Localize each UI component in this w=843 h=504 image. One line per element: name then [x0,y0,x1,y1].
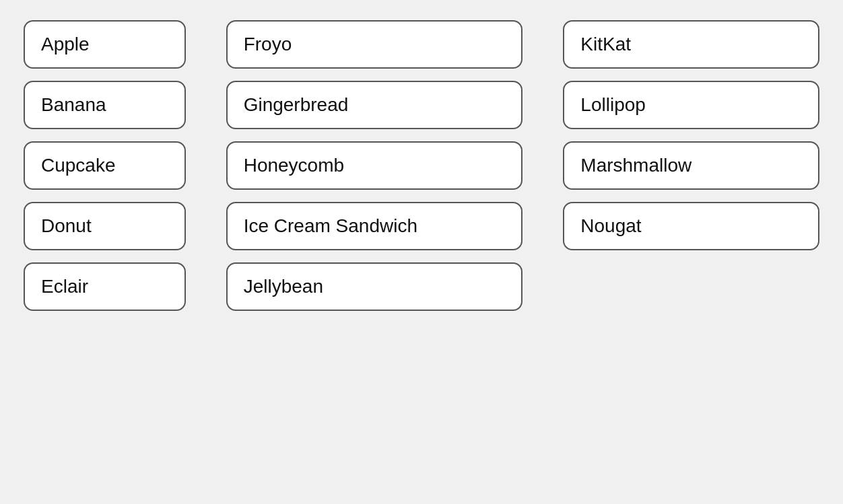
chip-label-lollipop: Lollipop [580,94,646,116]
chip-banana[interactable]: Banana [24,81,186,129]
column-3: KitKat Lollipop Marshmallow Nougat [563,20,819,250]
chip-cupcake[interactable]: Cupcake [24,141,186,190]
chip-gingerbread[interactable]: Gingerbread [226,81,523,129]
chip-donut[interactable]: Donut [24,202,186,250]
chip-label-marshmallow: Marshmallow [580,155,692,176]
chip-froyo[interactable]: Froyo [226,20,523,69]
chip-honeycomb[interactable]: Honeycomb [226,141,523,190]
chip-jellybean[interactable]: Jellybean [226,262,523,311]
chip-apple[interactable]: Apple [24,20,186,69]
chip-label-honeycomb: Honeycomb [244,155,344,176]
chip-label-gingerbread: Gingerbread [244,94,349,116]
chip-eclair[interactable]: Eclair [24,262,186,311]
chip-label-donut: Donut [41,215,92,237]
chip-label-banana: Banana [41,94,106,116]
chip-label-ice-cream-sandwich: Ice Cream Sandwich [244,215,417,237]
main-grid: Apple Banana Cupcake Donut Eclair Froyo … [0,0,843,331]
chip-lollipop[interactable]: Lollipop [563,81,819,129]
chip-kitkat[interactable]: KitKat [563,20,819,69]
chip-label-apple: Apple [41,34,90,55]
chip-label-kitkat: KitKat [580,34,631,55]
chip-ice-cream-sandwich[interactable]: Ice Cream Sandwich [226,202,523,250]
chip-label-froyo: Froyo [244,34,292,55]
column-1: Apple Banana Cupcake Donut Eclair [24,20,186,311]
chip-label-nougat: Nougat [580,215,641,237]
chip-label-eclair: Eclair [41,276,88,297]
chip-label-jellybean: Jellybean [244,276,323,297]
column-2: Froyo Gingerbread Honeycomb Ice Cream Sa… [226,20,523,311]
chip-label-cupcake: Cupcake [41,155,116,176]
chip-marshmallow[interactable]: Marshmallow [563,141,819,190]
chip-nougat[interactable]: Nougat [563,202,819,250]
